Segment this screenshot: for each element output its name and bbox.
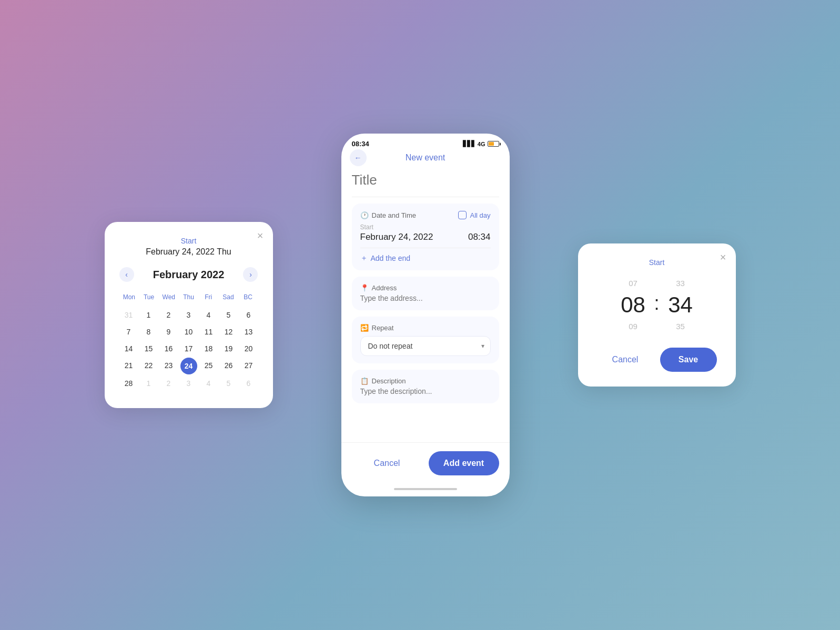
day-header-sad: Sad [218,291,238,303]
address-section: 📍 Address [352,277,499,310]
day-cell[interactable]: 9 [159,324,178,340]
day-cell[interactable]: 5 [219,375,238,391]
start-label-small: Start [360,223,491,231]
repeat-label: 🔁 Repeat [360,324,491,332]
calendar-days: 31 1 2 3 4 5 6 7 8 9 10 11 12 13 14 15 1… [119,307,258,391]
minute-column: 33 34 35 [660,277,702,333]
day-cell[interactable]: 26 [219,358,238,374]
repeat-section: 🔁 Repeat Do not repeat Daily Weekly Mont… [352,317,499,363]
add-end-row[interactable]: ＋ Add the end [360,248,491,263]
repeat-icon: 🔁 [360,324,369,332]
phone-container: 08:34 ▋▋▋ 4G ← New event 🕐 [341,134,510,496]
day-cell[interactable]: 3 [179,307,198,323]
day-cell[interactable]: 25 [199,358,218,374]
repeat-select-wrapper: Do not repeat Daily Weekly Monthly ▾ [360,336,491,356]
status-icons: ▋▋▋ 4G [463,140,499,147]
minute-active[interactable]: 34 [668,293,693,317]
day-cell[interactable]: 21 [119,358,138,374]
start-date-text[interactable]: February 24, 2022 [360,232,433,242]
description-icon: 📋 [360,377,369,385]
day-cell[interactable]: 10 [179,324,198,340]
start-time-text[interactable]: 08:34 [468,232,491,242]
calendar-start-label: Start [119,237,258,245]
description-input[interactable] [360,387,491,395]
day-cell[interactable]: 15 [139,341,158,357]
address-input[interactable] [360,294,491,302]
day-cell[interactable]: 1 [139,375,158,391]
day-cell[interactable]: 31 [119,307,138,323]
hour-active[interactable]: 08 [621,293,645,317]
day-cell[interactable]: 16 [159,341,178,357]
day-header-mon: Mon [119,291,139,303]
cancel-button[interactable]: Cancel [352,451,422,475]
day-cell[interactable]: 22 [139,358,158,374]
day-cell[interactable]: 6 [239,375,258,391]
day-cell[interactable]: 27 [239,358,258,374]
hour-column: 07 08 09 [612,277,654,333]
time-picker-cancel-button[interactable]: Cancel [597,348,654,372]
hour-prev: 07 [629,277,637,290]
prev-month-button[interactable]: ‹ [119,267,134,282]
time-picker-footer: Cancel Save [597,348,717,372]
phone-title: New event [406,153,446,162]
day-cell[interactable]: 8 [139,324,158,340]
time-picker-save-button[interactable]: Save [660,348,717,372]
day-cell[interactable]: 3 [179,375,198,391]
day-cell[interactable]: 2 [159,307,178,323]
day-cell[interactable]: 12 [219,324,238,340]
time-picker-close-button[interactable]: × [720,252,726,262]
day-cell[interactable]: 5 [219,307,238,323]
all-day-checkbox[interactable] [458,211,467,219]
day-header-tue: Tue [139,291,159,303]
day-cell[interactable]: 17 [179,341,198,357]
day-cell[interactable]: 14 [119,341,138,357]
back-button[interactable]: ← [350,149,367,166]
time-picker-card: × Start 07 08 09 : 33 34 35 Cancel Save [578,243,736,387]
plus-icon: ＋ [360,253,368,263]
day-cell[interactable]: 2 [159,375,178,391]
phone-footer: Cancel Add event [341,442,510,484]
day-header-fri: Fri [198,291,218,303]
add-end-label: Add the end [371,254,411,262]
repeat-select[interactable]: Do not repeat Daily Weekly Monthly [360,336,491,356]
calendar-date-display: February 24, 2022 Thu [119,247,258,257]
calendar-month-title: February 2022 [153,269,225,281]
day-cell[interactable]: 18 [199,341,218,357]
day-cell[interactable]: 4 [199,375,218,391]
day-cell[interactable]: 19 [219,341,238,357]
day-cell[interactable]: 1 [139,307,158,323]
next-month-button[interactable]: › [243,267,258,282]
day-cell[interactable]: 13 [239,324,258,340]
day-header-wed: Wed [159,291,179,303]
day-cell[interactable]: 6 [239,307,258,323]
day-cell[interactable]: 4 [199,307,218,323]
day-cell[interactable]: 11 [199,324,218,340]
day-header-bc: BC [238,291,258,303]
title-input[interactable] [352,168,499,197]
all-day-toggle[interactable]: All day [458,211,490,219]
home-indicator [394,488,457,490]
back-icon: ← [355,154,362,162]
day-cell[interactable]: 23 [159,358,178,374]
battery-fill [489,142,494,146]
date-time-header: 🕐 Date and Time All day [360,211,491,219]
time-picker-columns: 07 08 09 : 33 34 35 [597,277,717,333]
minute-prev: 33 [676,277,685,290]
day-cell[interactable]: 7 [119,324,138,340]
all-day-label: All day [470,211,490,219]
calendar-close-button[interactable]: × [257,230,264,241]
day-cell[interactable]: 28 [119,375,138,391]
minute-next: 35 [676,320,685,333]
description-label: 📋 Description [360,377,491,385]
location-icon: 📍 [360,284,369,292]
time-picker-start-label: Start [597,258,717,267]
day-cell-selected[interactable]: 24 [180,358,197,374]
calendar-grid: Mon Tue Wed Thu Fri Sad BC 31 1 2 3 4 5 … [119,291,258,391]
add-event-button[interactable]: Add event [429,451,499,475]
status-bar: 08:34 ▋▋▋ 4G [341,134,510,148]
calendar-card: × Start February 24, 2022 Thu ‹ February… [105,222,273,408]
phone-content: 🕐 Date and Time All day Start February 2… [341,168,510,442]
date-time-section: 🕐 Date and Time All day Start February 2… [352,204,499,270]
day-header-thu: Thu [179,291,199,303]
day-cell[interactable]: 20 [239,341,258,357]
